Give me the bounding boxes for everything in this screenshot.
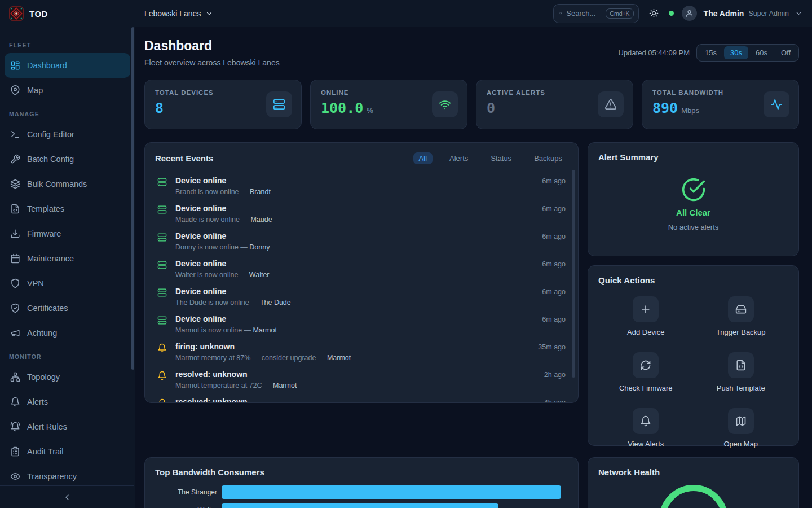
event-row[interactable]: firing: unknownMarmot memory at 87% — co…: [155, 338, 568, 366]
sidebar-item-topology[interactable]: Topology: [5, 365, 130, 389]
refresh-option-30s[interactable]: 30s: [724, 46, 748, 59]
bandwidth-title: Top Bandwidth Consumers: [155, 467, 264, 477]
event-timestamp: 2h ago: [544, 370, 566, 389]
stat-unit: %: [367, 106, 373, 115]
sidebar-item-achtung[interactable]: Achtung: [5, 321, 130, 345]
event-row[interactable]: resolved: unknown4h ago: [155, 393, 568, 403]
quick-action-icon-tile: [633, 408, 659, 434]
event-tab-all[interactable]: All: [413, 152, 433, 164]
sidebar-item-label: Achtung: [27, 329, 57, 338]
event-detail: Marmot temperature at 72C — Marmot: [175, 382, 536, 389]
event-tab-alerts[interactable]: Alerts: [444, 152, 474, 164]
stat-card-active-alerts: ACTIVE ALERTS0: [476, 80, 633, 129]
event-device-name: Marmot: [253, 326, 277, 334]
sidebar-item-certificates[interactable]: Certificates: [5, 296, 130, 321]
rug-logo-icon: [9, 6, 24, 21]
sidebar-item-label: Dashboard: [27, 61, 67, 70]
main-area: Lebowski Lanes Cmd+K The Admin Super Adm…: [135, 0, 812, 508]
event-detail-separator: —: [238, 271, 249, 279]
sidebar-scrollbar[interactable]: [131, 27, 134, 370]
quick-action-open-map[interactable]: Open Map: [694, 408, 789, 448]
stats-row: TOTAL DEVICES8ONLINE100.0%ACTIVE ALERTS0…: [144, 80, 799, 129]
user-icon: [685, 9, 694, 17]
event-timestamp: 6m ago: [542, 314, 566, 334]
quick-action-trigger-backup[interactable]: Trigger Backup: [694, 296, 789, 336]
event-title: Device online: [175, 259, 534, 268]
network-health-gauge: 100: [659, 484, 729, 508]
clipboard-icon: [10, 446, 20, 457]
shield-check-icon: [10, 303, 20, 313]
event-tab-status[interactable]: Status: [485, 152, 517, 164]
refresh-option-off[interactable]: Off: [775, 46, 797, 59]
event-icon-column: [156, 204, 167, 224]
chevron-down-icon: [205, 10, 213, 17]
sidebar-item-label: Alert Rules: [27, 422, 67, 431]
sidebar-item-templates[interactable]: Templates: [5, 196, 130, 221]
event-row[interactable]: Device onlineMarmot is now online — Marm…: [155, 310, 568, 338]
sidebar-item-label: Map: [27, 86, 43, 95]
avatar[interactable]: [682, 6, 697, 21]
sidebar-item-maintenance[interactable]: Maintenance: [5, 246, 130, 271]
org-switcher[interactable]: Lebowski Lanes: [144, 9, 213, 18]
event-body: Device onlineMarmot is now online — Marm…: [175, 314, 534, 334]
sidebar-item-firmware[interactable]: Firmware: [5, 221, 130, 246]
event-device-name: Walter: [249, 271, 270, 279]
event-row[interactable]: Device onlineThe Dude is now online — Th…: [155, 283, 568, 310]
refresh-option-60s[interactable]: 60s: [749, 46, 774, 59]
refresh-interval-control: 15s30s60sOff: [696, 44, 799, 62]
stat-value: 0: [487, 100, 495, 116]
event-list: Device onlineBrandt is now online — Bran…: [155, 172, 568, 403]
event-row[interactable]: Device onlineBrandt is now online — Bran…: [155, 172, 568, 200]
wifi-icon: [439, 98, 451, 111]
event-title: Device online: [175, 204, 534, 213]
recent-events-title: Recent Events: [155, 154, 213, 163]
theme-toggle-button[interactable]: [649, 8, 659, 18]
server-icon: [157, 288, 167, 297]
server-icon: [157, 316, 167, 325]
refresh-icon: [640, 360, 651, 371]
network-health-card: Network Health 100: [588, 457, 799, 508]
sidebar-section-label-fleet: FLEET: [0, 34, 135, 53]
search-box[interactable]: Cmd+K: [553, 4, 639, 23]
chevron-left-icon: [63, 493, 72, 502]
sidebar-item-alerts[interactable]: Alerts: [5, 389, 130, 414]
quick-action-push-template[interactable]: Push Template: [694, 352, 789, 392]
event-detail-text: Walter is now online: [175, 271, 238, 279]
stat-value: 8: [155, 100, 164, 116]
sidebar-item-label: Templates: [27, 204, 64, 213]
sidebar-item-transparency[interactable]: Transparency: [5, 464, 130, 481]
quick-action-icon-tile: [728, 408, 754, 434]
event-row[interactable]: Device onlineWalter is now online — Walt…: [155, 255, 568, 283]
event-device-name: Donny: [249, 243, 270, 251]
quick-action-icon-tile: [633, 352, 659, 378]
user-menu-button[interactable]: [795, 9, 803, 17]
event-tab-backups[interactable]: Backups: [528, 152, 568, 164]
event-title: firing: unknown: [175, 342, 530, 351]
bandwidth-row-walter: Walter: [155, 503, 568, 508]
quick-action-check-firmware[interactable]: Check Firmware: [598, 352, 694, 392]
event-row[interactable]: Device onlineDonny is now online — Donny…: [155, 227, 568, 255]
brand-row: TOD: [0, 0, 135, 27]
eye-icon: [10, 471, 20, 481]
sidebar-item-alert-rules[interactable]: Alert Rules: [5, 414, 130, 439]
refresh-option-15s[interactable]: 15s: [699, 46, 723, 59]
calendar-icon: [10, 253, 20, 264]
event-title: Device online: [175, 176, 534, 185]
search-input[interactable]: [566, 9, 601, 17]
sidebar-item-batch-config[interactable]: Batch Config: [5, 147, 130, 172]
events-scrollbar[interactable]: [572, 170, 575, 378]
bandwidth-card: Top Bandwidth Consumers The StrangerWalt…: [144, 457, 579, 508]
event-row[interactable]: resolved: unknownMarmot temperature at 7…: [155, 366, 568, 393]
event-row[interactable]: Device onlineMaude is now online — Maude…: [155, 200, 568, 227]
sidebar-item-vpn[interactable]: VPN: [5, 271, 130, 296]
sidebar-item-map[interactable]: Map: [5, 78, 130, 103]
sidebar-item-audit-trail[interactable]: Audit Trail: [5, 439, 130, 464]
sidebar-item-dashboard[interactable]: Dashboard: [5, 53, 130, 78]
bandwidth-bars: The StrangerWalter: [155, 485, 568, 508]
quick-action-add-device[interactable]: Add Device: [598, 296, 694, 336]
sidebar-item-bulk-commands[interactable]: Bulk Commands: [5, 172, 130, 196]
sidebar-collapse-button[interactable]: [0, 485, 134, 508]
chevron-down-icon: [795, 9, 803, 17]
quick-action-view-alerts[interactable]: View Alerts: [598, 408, 694, 448]
sidebar-item-config-editor[interactable]: Config Editor: [5, 122, 130, 147]
